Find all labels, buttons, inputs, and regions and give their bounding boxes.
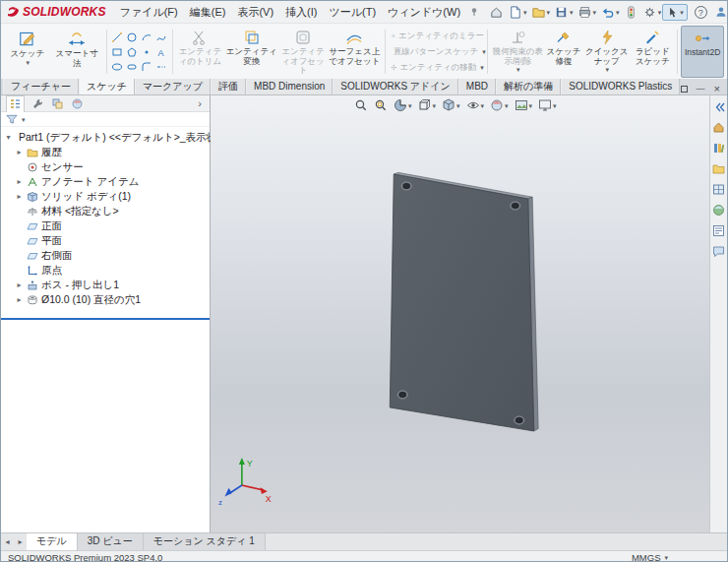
tab-scroll-left-icon[interactable]: ◂	[1, 533, 14, 550]
tab-solidworks-plastics[interactable]: SOLIDWORKS Plastics	[561, 79, 680, 94]
minimize-window-icon[interactable]: —	[697, 85, 705, 94]
point-icon[interactable]	[140, 44, 154, 59]
convert-entities-button[interactable]: エンティティ変換	[224, 26, 278, 78]
configurationmanager-tab[interactable]	[51, 97, 64, 110]
rectangle-icon[interactable]	[110, 44, 125, 59]
tree-item-annotations[interactable]: ▸ アノテート アイテム	[1, 174, 210, 189]
tab-evaluate[interactable]: 評価	[211, 79, 246, 94]
view-settings-icon[interactable]: ▾	[538, 98, 557, 112]
tab-solidworks-addins[interactable]: SOLIDWORKS アドイン	[333, 79, 458, 94]
tree-item-origin[interactable]: 原点	[1, 263, 210, 278]
instant2d-button[interactable]: Instant2D	[681, 26, 724, 78]
tree-item-top-plane[interactable]: 平面	[1, 233, 210, 248]
circle-icon[interactable]	[125, 30, 140, 44]
tree-item-hole-feature[interactable]: ▸ Ø10.0 (10) 直径の穴1	[1, 292, 210, 307]
options-gear-icon[interactable]: ▾	[641, 4, 663, 21]
tab-sketch[interactable]: スケッチ	[79, 79, 135, 94]
expand-arrow-icon[interactable]: ▸	[15, 295, 24, 304]
text-icon[interactable]: A	[154, 44, 169, 59]
expand-arrow-icon[interactable]: ▸	[15, 177, 24, 186]
custom-properties-icon[interactable]	[712, 224, 725, 237]
propertymanager-tab[interactable]	[31, 97, 44, 110]
expand-arrow-icon[interactable]: ▸	[15, 148, 24, 156]
move-entities-button[interactable]: エンティティの移動 ▾	[391, 61, 484, 74]
mirror-entities-button[interactable]: エンティティのミラー	[391, 30, 484, 42]
rollback-bar[interactable]	[1, 318, 210, 320]
line-icon[interactable]	[110, 30, 125, 44]
appearances-icon[interactable]	[712, 204, 725, 217]
slot-icon[interactable]	[125, 59, 140, 74]
collapse-arrows-icon[interactable]	[713, 101, 725, 113]
sketch-fillet-icon[interactable]	[140, 59, 154, 74]
linear-sketch-pattern-button[interactable]: 直線パターンスケッチ ▾	[391, 45, 484, 58]
tree-item-solid-bodies[interactable]: ▸ ソリッド ボディ(1)	[1, 189, 210, 204]
apply-scene-icon[interactable]: ▾	[515, 98, 533, 112]
home-icon[interactable]	[488, 4, 505, 21]
sketch-button[interactable]: スケッチ ▾	[4, 26, 51, 78]
open-document-icon[interactable]: ▾	[530, 4, 552, 21]
tab-mbd-dimension[interactable]: MBD Dimension	[246, 79, 333, 94]
rapid-sketch-button[interactable]: ラピッドスケッチ	[631, 26, 674, 78]
forum-icon[interactable]	[712, 245, 725, 258]
close-window-icon[interactable]: ×	[714, 84, 720, 94]
restore-window-icon[interactable]	[681, 86, 688, 93]
expand-arrow-icon[interactable]: ▾	[4, 133, 13, 142]
tab-mbd[interactable]: MBD	[458, 79, 496, 94]
tree-item-front-plane[interactable]: 正面	[1, 219, 210, 233]
panel-expand-chevron[interactable]: ›	[195, 97, 205, 109]
expand-arrow-icon[interactable]: ▸	[15, 192, 24, 201]
tab-markup[interactable]: マークアップ	[135, 79, 211, 94]
save-icon[interactable]: ▾	[553, 4, 575, 21]
centerline-icon[interactable]	[154, 59, 169, 74]
login-user-icon[interactable]	[714, 5, 728, 19]
ellipse-icon[interactable]	[110, 59, 125, 74]
trim-entities-button[interactable]: エンティティのトリム	[176, 26, 224, 78]
tab-analysis-preparation[interactable]: 解析の準備	[496, 79, 561, 94]
hide-show-items-icon[interactable]: ▾	[466, 98, 485, 112]
offset-on-surface-button[interactable]: サーフェス上でオフセット	[328, 26, 382, 78]
filter-caret-icon[interactable]: ▾	[22, 116, 26, 123]
polygon-icon[interactable]	[125, 44, 140, 59]
3d-views-tab[interactable]: 3D ビュー	[78, 533, 144, 550]
displaymanager-tab[interactable]	[71, 97, 84, 110]
tab-features[interactable]: フィーチャー	[3, 79, 79, 94]
spline-icon[interactable]	[154, 30, 169, 44]
tab-scroll-right-icon[interactable]: ▸	[14, 533, 27, 550]
undo-icon[interactable]: ▾	[599, 4, 621, 21]
tree-item-part-root[interactable]: ▾ Part1 (デフォルト) <<デフォルト>_表示状態 1>	[1, 130, 210, 145]
tree-item-right-plane[interactable]: 右側面	[1, 248, 210, 263]
edit-appearance-icon[interactable]: ▾	[490, 98, 509, 112]
units-selector[interactable]: MMGS ▾	[632, 552, 668, 562]
model-tab[interactable]: モデル	[27, 533, 78, 550]
tree-item-boss-extrude[interactable]: ▸ ボス - 押し出し1	[1, 278, 210, 292]
print-icon[interactable]: ▾	[576, 4, 598, 21]
tree-item-history[interactable]: ▸ 履歴	[1, 145, 210, 159]
featuremanager-tree-tab[interactable]	[6, 95, 25, 112]
arc-icon[interactable]	[140, 30, 154, 44]
menu-view[interactable]: 表示(V)	[231, 5, 279, 20]
menu-tools[interactable]: ツール(T)	[323, 5, 382, 20]
part-body[interactable]	[390, 172, 538, 431]
menu-window[interactable]: ウィンドウ(W)	[382, 5, 466, 20]
repair-sketch-button[interactable]: スケッチ修復	[545, 26, 582, 78]
menu-insert[interactable]: 挿入(I)	[279, 5, 323, 20]
motion-study-tab[interactable]: モーション スタディ 1	[144, 533, 266, 550]
offset-entities-button[interactable]: エンティティオフセット	[278, 26, 327, 78]
tree-item-sensors[interactable]: センサー	[1, 159, 210, 174]
new-document-icon[interactable]: ▾	[507, 4, 528, 21]
design-library-icon[interactable]	[712, 142, 725, 155]
section-view-icon[interactable]: ▾	[394, 98, 412, 112]
view-palette-icon[interactable]	[712, 183, 725, 196]
zoom-to-area-icon[interactable]	[374, 98, 388, 112]
smart-dimension-button[interactable]: スマート寸法	[51, 26, 103, 78]
home-icon[interactable]	[712, 121, 725, 134]
view-orientation-icon[interactable]: ▾	[418, 98, 437, 112]
filter-funnel-icon[interactable]	[6, 113, 18, 125]
menu-file[interactable]: ファイル(F)	[114, 5, 184, 20]
select-arrow-button[interactable]: ▾	[662, 4, 688, 21]
rebuild-icon[interactable]	[623, 4, 639, 21]
menu-pin-icon[interactable]	[469, 7, 479, 17]
display-delete-relations-button[interactable]: 幾何拘束の表示/削除 ▾	[491, 26, 545, 78]
menu-edit[interactable]: 編集(E)	[184, 5, 232, 20]
file-explorer-icon[interactable]	[712, 162, 725, 175]
